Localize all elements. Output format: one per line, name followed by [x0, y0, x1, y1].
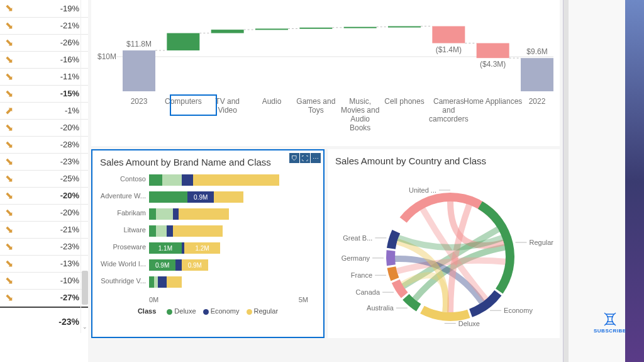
metrics-row[interactable]: ⬊ -10%	[0, 272, 88, 289]
trend-dn-icon: ⬊	[5, 37, 13, 48]
brand-bar-segment[interactable]: 0.9M	[149, 259, 175, 271]
metrics-row[interactable]: ⬊ -11%	[0, 68, 88, 85]
waterfall-bar[interactable]	[299, 28, 332, 29]
metrics-row[interactable]: ⬊ -20%	[0, 204, 88, 221]
subscribe-badge[interactable]: SUBSCRIBE	[594, 312, 626, 334]
chord-arc[interactable]	[386, 250, 396, 266]
waterfall-chart[interactable]: $10M$11.8M($1.4M)($4.3M)$9.6M2023Compute…	[91, 0, 560, 146]
metrics-value: -15%	[18, 85, 88, 102]
metrics-value: -26%	[18, 34, 88, 51]
metrics-row[interactable]: ⬊ -15%	[0, 85, 88, 102]
svg-text:Canada: Canada	[356, 288, 380, 296]
brand-chart-card[interactable]: ⛉ ⛶ ⋯ Sales Amount by Brand Name and Cla…	[91, 149, 325, 338]
metrics-value: -13%	[18, 255, 88, 272]
svg-text:Germany: Germany	[341, 254, 370, 262]
brand-bar-segment[interactable]	[214, 191, 243, 203]
waterfall-bar[interactable]	[123, 50, 155, 91]
waterfall-bar[interactable]	[344, 27, 377, 28]
brand-category-label: Proseware	[92, 243, 146, 251]
metrics-row[interactable]: ⬊ -23%	[0, 153, 88, 170]
brand-bar-segment[interactable]	[167, 225, 172, 237]
brand-bar-row[interactable]: 1.1M1.2M	[149, 242, 220, 254]
metrics-row[interactable]: ⬊ -21%	[0, 17, 88, 34]
metrics-row[interactable]: ⬊ -27%	[0, 289, 88, 306]
brand-bar-row[interactable]	[149, 276, 182, 288]
waterfall-bar[interactable]	[521, 58, 553, 91]
desktop-wallpaper-strip	[625, 0, 644, 362]
focus-mode-icon[interactable]: ⛶	[300, 153, 310, 163]
brand-bar-row[interactable]: 0.9M	[149, 191, 243, 203]
filter-icon[interactable]: ⛉	[289, 153, 299, 163]
trend-dn-icon: ⬊	[5, 258, 13, 269]
trend-up-icon: ⬈	[5, 105, 13, 116]
brand-bar-segment[interactable]	[149, 276, 158, 288]
brand-bar-row[interactable]: 0.9M0.9M	[149, 259, 208, 271]
brand-bar-segment[interactable]	[179, 208, 229, 220]
brand-bar-row[interactable]	[149, 208, 229, 220]
svg-text:Cell phones: Cell phones	[384, 97, 424, 106]
metrics-row[interactable]: ⬈ -1%	[0, 102, 88, 119]
waterfall-bar[interactable]	[255, 28, 288, 30]
brand-bar-segment[interactable]	[149, 174, 182, 186]
brand-bar-segment[interactable]	[173, 225, 223, 237]
brand-bar-segment[interactable]: 0.9M	[182, 259, 208, 271]
card-header-icons: ⛉ ⛶ ⋯	[289, 153, 321, 163]
brand-bar-segment[interactable]	[149, 225, 167, 237]
trend-dn-icon: ⬊	[5, 122, 13, 133]
scrollbar-thumb[interactable]	[82, 271, 88, 305]
svg-text:Cameras: Cameras	[433, 97, 464, 106]
metrics-row[interactable]: ⬊ -26%	[0, 34, 88, 51]
scroll-down-icon[interactable]: ⌄	[82, 320, 88, 333]
svg-text:Economy: Economy	[504, 307, 533, 314]
country-chart-title: Sales Amount by Country and Class	[328, 149, 560, 169]
metrics-row[interactable]: ⬊ -16%	[0, 51, 88, 68]
brand-bar-segment[interactable]: 1.2M	[184, 242, 219, 254]
brand-legend: Class Deluxe Economy Regular	[92, 302, 323, 320]
brand-bar-segment[interactable]	[193, 174, 279, 186]
svg-text:Video: Video	[218, 106, 237, 115]
metrics-row[interactable]: ⬊ -25%	[0, 170, 88, 187]
trend-dn-icon: ⬊	[5, 88, 13, 99]
metrics-row[interactable]: ⬊ -23%	[0, 238, 88, 255]
svg-text:($1.4M): ($1.4M)	[436, 45, 462, 54]
country-chart-card[interactable]: Sales Amount by Country and Class Austra…	[328, 149, 560, 338]
trend-dn-icon: ⬊	[5, 156, 13, 167]
brand-bar-segment[interactable]	[149, 208, 173, 220]
brand-bar-segment[interactable]: 0.9M	[187, 191, 214, 203]
waterfall-bar[interactable]	[432, 26, 465, 43]
brand-bar-segment[interactable]	[158, 276, 167, 288]
metrics-scrollbar[interactable]: ⌄	[80, 0, 88, 333]
svg-text:Home Appliances: Home Appliances	[464, 97, 522, 106]
trend-dn-icon: ⬊	[5, 224, 13, 235]
waterfall-bar[interactable]	[167, 33, 199, 51]
waterfall-bar[interactable]	[211, 30, 244, 33]
metrics-total: -23%	[0, 307, 88, 336]
metrics-row[interactable]: ⬊ -13%	[0, 255, 88, 272]
metrics-row[interactable]: ⬊ -28%	[0, 136, 88, 153]
svg-text:2022: 2022	[529, 97, 546, 106]
trend-dn-icon: ⬊	[5, 71, 13, 82]
metrics-value: -1%	[18, 102, 88, 119]
brand-bar-segment[interactable]: 1.1M	[149, 242, 182, 254]
metrics-value: -23%	[18, 153, 88, 170]
trend-dn-icon: ⬊	[5, 275, 13, 286]
metrics-table: ⬊ -19%⬊ -21%⬊ -26%⬊ -16%⬊ -11%⬊ -15%⬈ -1…	[0, 0, 88, 307]
metrics-value: -27%	[18, 289, 88, 306]
waterfall-bar[interactable]	[388, 26, 421, 28]
category-selection-box	[170, 94, 217, 116]
metrics-row[interactable]: ⬊ -20%	[0, 119, 88, 136]
more-options-icon[interactable]: ⋯	[311, 153, 321, 163]
brand-bar-row[interactable]	[149, 174, 279, 186]
brand-category-label: Contoso	[92, 175, 146, 183]
waterfall-bar[interactable]	[477, 43, 509, 59]
brand-bar-segment[interactable]	[175, 259, 181, 271]
brand-bar-segment[interactable]	[182, 174, 194, 186]
brand-bar-segment[interactable]	[173, 208, 179, 220]
metrics-row[interactable]: ⬊ -19%	[0, 0, 88, 17]
metrics-row[interactable]: ⬊ -20%	[0, 187, 88, 204]
brand-bar-row[interactable]	[149, 225, 223, 237]
brand-bar-segment[interactable]	[149, 191, 187, 203]
metrics-panel: ⬊ -19%⬊ -21%⬊ -26%⬊ -16%⬊ -11%⬊ -15%⬈ -1…	[0, 0, 88, 362]
metrics-row[interactable]: ⬊ -21%	[0, 221, 88, 238]
brand-bar-segment[interactable]	[167, 276, 182, 288]
